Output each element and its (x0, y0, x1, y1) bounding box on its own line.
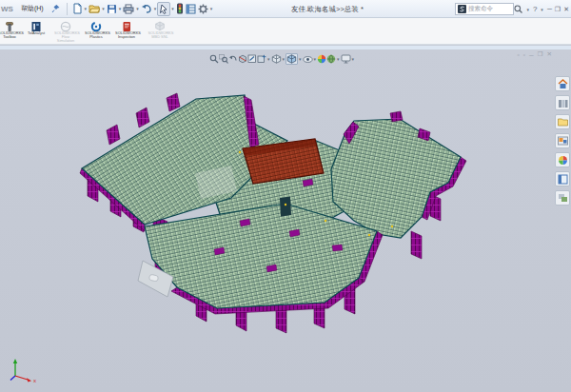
new-document-button[interactable] (71, 2, 84, 16)
pin-icon[interactable] (51, 4, 60, 13)
tab-flow-simulation[interactable]: SOLIDWORKS Flow Simulation (49, 19, 83, 49)
zoom-to-area-button[interactable] (219, 53, 228, 65)
select-button[interactable] (157, 2, 170, 16)
quick-access-toolbar: ▾ ▾ ▾ ▾ ▾ ▾ ▾ (71, 2, 214, 16)
doc-restore-button[interactable]: ❐ (538, 50, 543, 58)
inspection-icon (109, 19, 144, 30)
display-style-button[interactable] (286, 53, 298, 65)
view-palette-tab[interactable] (555, 133, 570, 148)
document-window-controls: ▫ ▫ ─ ❐ ✕ (517, 50, 552, 58)
file-properties-button[interactable] (185, 2, 197, 16)
tab-plastics[interactable]: SOLIDWORKS Plastics (79, 19, 113, 43)
zoom-to-fit-button[interactable] (209, 53, 219, 65)
search-scope-dropdown[interactable]: ▾ (525, 7, 530, 12)
restore-button[interactable]: ❐ (555, 6, 561, 13)
save-button[interactable] (106, 2, 118, 16)
previous-view-button[interactable] (228, 53, 238, 65)
tab-mbd-snl[interactable]: SOLIDWORKS MBD SNL (142, 19, 178, 43)
help-dropdown[interactable]: ▾ (540, 7, 544, 12)
view-orientation-button[interactable] (271, 53, 282, 65)
search-box[interactable]: 搜索命令 (455, 3, 514, 15)
print-button[interactable] (122, 2, 135, 16)
graphics-viewport[interactable]: ▾ ▾ ▾ ▾ ▾ ▾ ▫ ▫ ─ ❐ ✕ x (0, 49, 571, 392)
help-button[interactable]: ? (533, 5, 537, 13)
heads-up-toolbar: ▾ ▾ ▾ ▾ ▾ ▾ (209, 53, 355, 65)
annotations-button[interactable] (247, 53, 257, 65)
minimize-button[interactable]: ─ (547, 6, 552, 12)
plastics-icon (79, 19, 113, 30)
triad-x-label: x (33, 378, 36, 382)
title-bar: WS 帮助(H) ▾ ▾ ▾ ▾ ▾ ▾ ▾ 友佳.欧海名城>>总装 * 搜索命… (0, 0, 571, 18)
command-manager: SOLIDWORKS Toolbox TolAnalyst SOLIDWORKS… (0, 18, 571, 45)
forum-tab[interactable] (555, 190, 570, 206)
solidworks-resources-tab[interactable] (555, 76, 570, 91)
close-button[interactable]: ✕ (563, 6, 569, 13)
solidworks-search-icon (458, 5, 466, 13)
edit-appearance-button[interactable] (317, 53, 326, 65)
task-pane-tabs (555, 76, 570, 206)
apply-scene-button[interactable] (326, 53, 336, 65)
open-button[interactable] (88, 2, 101, 16)
doc-tile-icon[interactable]: ▫ (523, 51, 525, 58)
file-explorer-tab[interactable] (555, 114, 570, 129)
rebuild-button[interactable] (175, 2, 185, 16)
view-settings-dropdown[interactable]: ▾ (351, 56, 356, 62)
solidworks-logo: WS (0, 5, 16, 13)
undo-button[interactable] (140, 2, 153, 16)
cad-model[interactable] (0, 49, 571, 392)
view-settings-button[interactable] (341, 53, 351, 65)
doc-cascade-icon[interactable]: ▫ (517, 51, 519, 58)
doc-close-button[interactable]: ✕ (547, 50, 552, 58)
custom-properties-tab[interactable] (555, 171, 570, 186)
search-magnifier-icon[interactable] (514, 5, 522, 13)
tab-inspection[interactable]: SOLIDWORKS Inspection (109, 19, 144, 43)
orientation-triad: x (6, 356, 40, 382)
section-view-button[interactable] (238, 53, 247, 65)
mbd-snl-icon (142, 19, 178, 30)
options-button[interactable] (197, 2, 209, 16)
options-dropdown[interactable]: ▾ (209, 6, 214, 11)
appearances-tab[interactable] (555, 152, 570, 167)
search-placeholder: 搜索命令 (468, 5, 493, 13)
hide-show-items-button[interactable] (303, 53, 313, 65)
flow-simulation-icon (49, 19, 83, 30)
menu-help[interactable]: 帮助(H) (16, 4, 49, 13)
document-title: 友佳.欧海名城>>总装 * (291, 5, 364, 14)
doc-minimize-button[interactable]: ─ (529, 51, 534, 58)
design-library-tab[interactable] (555, 95, 570, 110)
titlebar-controls: ▾ ?▾ ─ ❐ ✕ (514, 0, 569, 18)
ribbon-bottom-strip (0, 46, 571, 49)
separator (67, 3, 68, 15)
virtual-sharp-button[interactable] (257, 53, 266, 65)
